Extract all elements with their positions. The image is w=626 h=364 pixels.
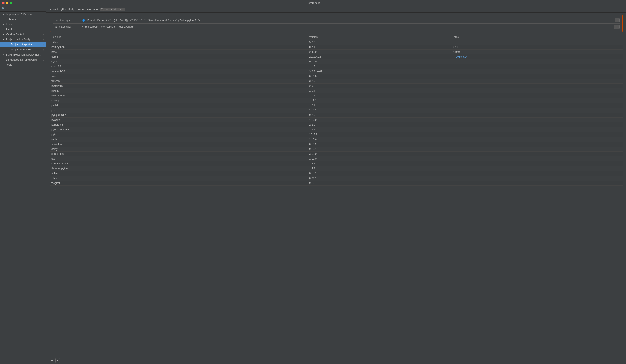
package-version: 39.2.0 xyxy=(308,152,451,157)
sidebar-item-tools[interactable]: ▶ Tools xyxy=(0,62,46,67)
package-name: enum34 xyxy=(50,64,308,69)
table-row[interactable]: functools323.2.3.post2 xyxy=(50,69,623,74)
sidebar-item-build-execution[interactable]: ▶ Build, Execution, Deployment xyxy=(0,52,46,57)
package-version: 0.1.2 xyxy=(308,181,451,186)
sidebar-item-label: Project Interpreter xyxy=(11,43,32,46)
package-name: redis xyxy=(50,137,308,142)
table-row[interactable]: certifi2018.4.16→ 2018.8.24 xyxy=(50,54,623,59)
title-bar: Preferences xyxy=(0,0,626,6)
path-dots-button[interactable]: ··· xyxy=(614,25,620,29)
sidebar-item-label: Keymap xyxy=(8,18,18,21)
package-name: Pillow xyxy=(50,40,308,45)
package-name: pytz xyxy=(50,132,308,137)
interpreter-dropdown-button[interactable]: ▾ xyxy=(615,18,620,22)
package-latest xyxy=(451,137,623,142)
minimize-button[interactable] xyxy=(6,2,8,4)
package-name: subprocess32 xyxy=(50,161,308,166)
package-version: 2.49.0 xyxy=(308,50,451,54)
package-latest: 2.49.0 xyxy=(451,50,623,54)
sidebar-item-project-interpreter[interactable]: Project Interpreter ⚙ xyxy=(0,42,46,47)
arrow-icon: ▶ xyxy=(2,23,5,25)
table-row[interactable]: pyparsing2.2.0 xyxy=(50,122,623,127)
table-row[interactable]: matplotlib2.0.2 xyxy=(50,84,623,88)
table-row[interactable]: cycler0.10.0 xyxy=(50,59,623,64)
table-row[interactable]: boto2.49.02.49.0 xyxy=(50,50,623,54)
table-row[interactable]: redis2.10.6 xyxy=(50,137,623,142)
table-row[interactable]: pip10.0.1 xyxy=(50,108,623,113)
arrow-icon: ▶ xyxy=(2,33,5,36)
remove-package-button[interactable]: − xyxy=(55,358,60,363)
package-latest xyxy=(451,142,623,147)
add-package-button[interactable]: + xyxy=(50,358,54,363)
package-latest xyxy=(451,84,623,88)
breadcrumb: Project: pythonStudy › Project Interpret… xyxy=(46,6,626,13)
table-row[interactable]: mkl-random1.0.1 xyxy=(50,93,623,98)
package-name: pySparkUtils xyxy=(50,113,308,118)
settings-icon: ⚙ xyxy=(42,38,44,41)
table-row[interactable]: thunder-python1.4.2 xyxy=(50,166,623,171)
table-row[interactable]: enum341.1.6 xyxy=(50,64,623,69)
interpreter-row: Project Interpreter: 🔷 Remote Python 2.7… xyxy=(53,17,620,23)
package-latest xyxy=(451,118,623,122)
package-latest xyxy=(451,93,623,98)
search-bar[interactable]: 🔍 xyxy=(0,6,46,12)
sidebar-item-label: Appearance & Behavior xyxy=(6,13,34,16)
package-latest xyxy=(451,88,623,93)
package-name: setuptools xyxy=(50,152,308,157)
package-name: future xyxy=(50,74,308,79)
table-row[interactable]: pySparkUtils0.2.5 xyxy=(50,113,623,118)
sidebar-item-version-control[interactable]: ▶ Version Control ⚙ xyxy=(0,32,46,37)
sidebar-item-languages[interactable]: ▶ Languages & Frameworks ⚙ xyxy=(0,57,46,62)
breadcrumb-page: Project Interpreter xyxy=(78,8,99,11)
traffic-lights xyxy=(2,2,12,4)
sidebar-item-label: Editor xyxy=(6,23,13,26)
sidebar-item-editor[interactable]: ▶ Editor xyxy=(0,22,46,27)
package-latest xyxy=(451,127,623,132)
table-row[interactable]: mkl-fft1.0.4 xyxy=(50,88,623,93)
sidebar-item-plugins[interactable]: Plugins xyxy=(0,27,46,32)
package-version: 2.6.1 xyxy=(308,127,451,132)
table-row[interactable]: Pillow5.2.0 xyxy=(50,40,623,45)
close-button[interactable] xyxy=(2,2,5,4)
package-version: 1.10.0 xyxy=(308,157,451,161)
package-name: pathlib xyxy=(50,103,308,108)
table-row[interactable]: pytz2017.2 xyxy=(50,132,623,137)
table-row[interactable]: numpy1.13.3 xyxy=(50,98,623,103)
search-input[interactable] xyxy=(6,7,44,10)
content-area: Project: pythonStudy › Project Interpret… xyxy=(46,6,626,364)
sidebar-item-appearance[interactable]: ▶ Appearance & Behavior xyxy=(0,12,46,17)
table-row[interactable]: bolt-python0.7.10.7.1 xyxy=(50,45,623,50)
package-version: 2018.4.16 xyxy=(308,54,451,59)
sidebar-item-keymap[interactable]: Keymap xyxy=(0,17,46,22)
sidebar-item-label: Build, Execution, Deployment xyxy=(6,53,40,56)
interpreter-icon: 🔷 xyxy=(82,19,85,22)
package-version: 1.0.1 xyxy=(308,93,451,98)
table-row[interactable]: scikit-learn0.19.2 xyxy=(50,142,623,147)
arrow-icon: ▶ xyxy=(2,64,5,66)
table-row[interactable]: python-dateutil2.6.1 xyxy=(50,127,623,132)
table-row[interactable]: pycairo1.10.0 xyxy=(50,118,623,122)
package-latest: → 2018.8.24 xyxy=(451,54,623,59)
settings-icon: ⚙ xyxy=(42,48,44,51)
table-row[interactable]: six1.10.0 xyxy=(50,157,623,161)
table-row[interactable]: scipy0.19.1 xyxy=(50,147,623,152)
package-name: functools32 xyxy=(50,69,308,74)
table-row[interactable]: pathlib1.0.1 xyxy=(50,103,623,108)
table-row[interactable]: wsgiref0.1.2 xyxy=(50,181,623,186)
col-version: Version xyxy=(308,34,451,40)
package-name: boto xyxy=(50,50,308,54)
table-row[interactable]: futures3.2.0 xyxy=(50,79,623,84)
table-row[interactable]: setuptools39.2.0 xyxy=(50,152,623,157)
breadcrumb-separator: › xyxy=(75,8,76,10)
package-version: 1.13.3 xyxy=(308,98,451,103)
package-latest xyxy=(451,40,623,45)
table-row[interactable]: subprocess323.2.7 xyxy=(50,161,623,166)
table-row[interactable]: tifffile0.15.1 xyxy=(50,171,623,176)
sidebar-item-project-structure[interactable]: Project Structure ⚙ xyxy=(0,47,46,52)
maximize-button[interactable] xyxy=(10,2,12,4)
sidebar-item-project-pythonstudy[interactable]: ▼ Project: pythonStudy ⚙ xyxy=(0,37,46,42)
table-row[interactable]: wheel0.31.1 xyxy=(50,176,623,181)
upgrade-package-button[interactable]: ↑ xyxy=(61,358,65,363)
table-row[interactable]: future0.16.0 xyxy=(50,74,623,79)
arrow-icon: ▶ xyxy=(2,54,5,56)
